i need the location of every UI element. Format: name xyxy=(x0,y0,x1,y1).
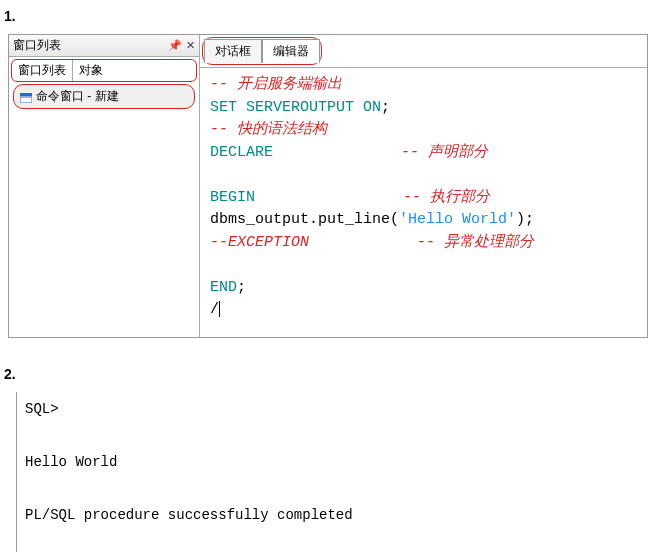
pin-icon[interactable]: 📌 xyxy=(168,39,182,52)
tree-item-label: 命令窗口 - 新建 xyxy=(36,88,119,105)
code-call: dbms_output.put_line( xyxy=(210,211,399,228)
cursor-icon xyxy=(219,301,220,317)
section-1: 窗口列表 📌 ✕ 窗口列表 对象 命令窗口 - 新建 对话框 xyxy=(0,32,656,358)
svg-rect-1 xyxy=(20,97,32,103)
console-output: PL/SQL procedure successfully completed xyxy=(25,502,640,529)
code-keyword: SET xyxy=(210,99,237,116)
sub-tab-window-list[interactable]: 窗口列表 xyxy=(12,60,73,81)
sql-console: SQL> Hello World PL/SQL procedure succes… xyxy=(16,392,648,552)
panel-header: 窗口列表 📌 ✕ xyxy=(9,35,199,57)
code-punct: ; xyxy=(381,99,390,116)
code-comment: -- 快的语法结构 xyxy=(210,121,327,138)
ide-window: 窗口列表 📌 ✕ 窗口列表 对象 命令窗口 - 新建 对话框 xyxy=(8,34,648,338)
code-keyword: ON xyxy=(363,99,381,116)
code-slash: / xyxy=(210,301,219,318)
section-2-label: 2. xyxy=(0,358,656,390)
code-editor[interactable]: -- 开启服务端输出 SET SERVEROUTPUT ON; -- 快的语法结… xyxy=(200,67,647,337)
code-keyword: END xyxy=(210,279,237,296)
code-keyword: DECLARE xyxy=(210,144,273,161)
code-comment: -- 开启服务端输出 xyxy=(210,76,342,93)
panel-title: 窗口列表 xyxy=(13,37,168,54)
left-sub-tabs: 窗口列表 对象 xyxy=(11,59,197,82)
code-punct: ); xyxy=(516,211,534,228)
tab-editor[interactable]: 编辑器 xyxy=(262,39,320,63)
code-comment: -- 异常处理部分 xyxy=(417,234,534,251)
code-comment: -- 执行部分 xyxy=(403,189,490,206)
code-keyword: SERVEROUTPUT xyxy=(246,99,354,116)
code-punct: ; xyxy=(237,279,246,296)
code-comment: -- 声明部分 xyxy=(401,144,488,161)
code-keyword: BEGIN xyxy=(210,189,255,206)
sub-tab-object[interactable]: 对象 xyxy=(73,60,109,81)
tree-item-command-window[interactable]: 命令窗口 - 新建 xyxy=(13,84,195,109)
section-1-label: 1. xyxy=(0,0,656,32)
window-icon xyxy=(20,92,32,102)
tab-highlight: 对话框 编辑器 xyxy=(202,37,322,65)
svg-rect-0 xyxy=(20,93,32,96)
section-2: SQL> Hello World PL/SQL procedure succes… xyxy=(0,390,656,552)
code-comment: --EXCEPTION xyxy=(210,234,309,251)
close-icon[interactable]: ✕ xyxy=(186,39,195,52)
code-string: 'Hello World' xyxy=(399,211,516,228)
tab-dialog[interactable]: 对话框 xyxy=(204,39,262,63)
console-output: Hello World xyxy=(25,449,640,476)
console-prompt: SQL> xyxy=(25,396,640,423)
right-panel: 对话框 编辑器 -- 开启服务端输出 SET SERVEROUTPUT ON; … xyxy=(199,35,647,337)
left-panel: 窗口列表 📌 ✕ 窗口列表 对象 命令窗口 - 新建 xyxy=(9,35,199,337)
editor-tabs: 对话框 编辑器 xyxy=(200,35,647,67)
